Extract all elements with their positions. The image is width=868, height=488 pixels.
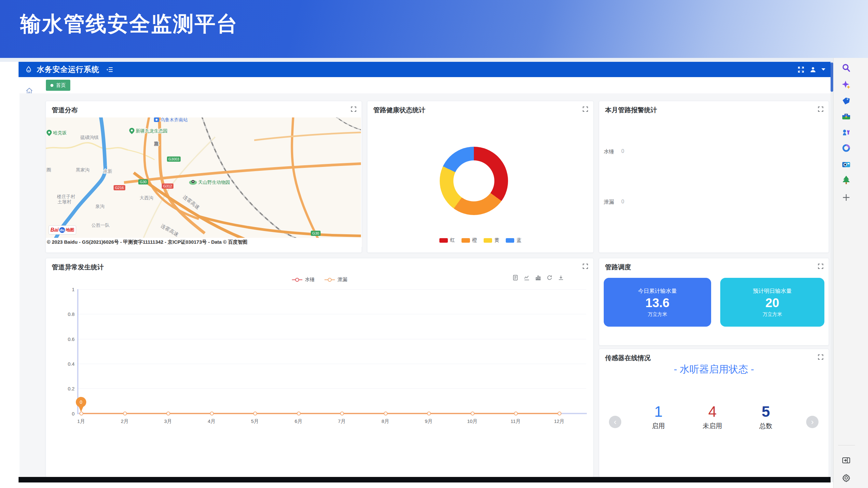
expand-card-icon[interactable] [818, 106, 824, 112]
legend-item-orange[interactable]: 橙 [462, 237, 477, 243]
tile-today-volume[interactable]: 今日累计输水量 13.6 万立方米 [604, 278, 711, 327]
alarm-row-shuichui: 水锤 0 [604, 148, 624, 155]
alarm-value: 0 [621, 199, 624, 206]
map-label: 硫磺沟镇 [80, 135, 99, 140]
expand-card-icon[interactable] [351, 106, 356, 112]
map-label: 泉沟 [95, 204, 104, 209]
data-point[interactable] [471, 412, 474, 416]
add-extension-icon[interactable] [841, 193, 851, 202]
open-sidebar-icon[interactable] [841, 455, 851, 465]
legend-item-red[interactable]: 红 [439, 237, 455, 243]
legend-item-yellow[interactable]: 黄 [484, 237, 499, 243]
search-icon[interactable] [841, 63, 851, 73]
x-tick-label: 11月 [506, 418, 525, 425]
tile-label: 预计明日输水量 [753, 287, 792, 295]
data-point[interactable] [384, 412, 388, 416]
legend-label: 橙 [472, 237, 477, 243]
tile-unit: 万立方米 [648, 311, 667, 318]
gridline [78, 314, 586, 314]
legend-item-shuichui[interactable]: 水锤 [292, 276, 315, 283]
app-bar: 水务安全运行系统 [19, 62, 831, 77]
tile-label: 今日累计输水量 [638, 287, 677, 295]
expand-card-icon[interactable] [818, 263, 824, 269]
x-tick-label: 7月 [332, 418, 351, 425]
gridline [78, 388, 586, 389]
legend-item-xielou[interactable]: 泄漏 [324, 276, 347, 283]
legend-marker [292, 278, 302, 282]
tile-tomorrow-volume[interactable]: 预计明日输水量 20 万立方米 [720, 278, 825, 327]
data-point[interactable] [123, 412, 127, 416]
legend-label: 泄漏 [338, 276, 347, 283]
user-avatar-icon[interactable] [810, 66, 816, 73]
y-tick-label: 0.8 [52, 311, 74, 317]
x-tick-label: 1月 [71, 418, 91, 425]
svg-text:G30: G30 [312, 231, 319, 235]
map-label: 土墩村 [58, 199, 71, 204]
map-label: 永新 [103, 168, 112, 174]
baidu-map[interactable]: 硫磺沟镇 黑家沟 永新 大西沟 泉沟 公胜一队 楼庄子村 土墩村 圈 京新高速 … [46, 118, 361, 238]
x-tick-label: 4月 [202, 418, 221, 425]
markpoint-pin: 0 [76, 397, 86, 407]
tab-home[interactable]: 首页 [46, 80, 70, 91]
map-badge-g3003: G3003 [167, 157, 181, 162]
data-point[interactable] [297, 412, 301, 416]
svg-text:G30: G30 [140, 180, 147, 184]
stat-value: 4 [698, 403, 727, 420]
alarm-category-label: 泄漏 [604, 199, 614, 206]
toolbox-icon[interactable] [841, 112, 851, 122]
chess-icon[interactable] [841, 128, 851, 137]
map-label: 楼庄子村 [57, 194, 75, 199]
x-tick-label: 10月 [463, 418, 482, 425]
expand-card-icon[interactable] [583, 106, 588, 112]
y-tick-label: 0.4 [52, 361, 74, 367]
health-donut-chart[interactable] [440, 147, 508, 215]
data-point[interactable] [558, 412, 561, 416]
tag-icon[interactable] [841, 96, 851, 106]
card-title: 传感器在线情况 [605, 354, 651, 362]
line-legend: 水锤 泄漏 [46, 276, 593, 283]
menu-fold-icon[interactable] [106, 66, 114, 73]
gridline [78, 289, 586, 290]
map-badge-g30: G30 [138, 179, 148, 185]
map-poi-hakeban: 哈克坂 [46, 130, 67, 136]
expand-card-icon[interactable] [583, 263, 588, 269]
carousel-prev-arrow[interactable]: ‹ [609, 416, 621, 428]
sparkle-ai-icon[interactable] [841, 80, 851, 90]
data-point[interactable] [340, 412, 344, 416]
y-tick-label: 0.2 [52, 386, 74, 391]
fullscreen-toggle-icon[interactable] [797, 66, 805, 73]
page-scrollbar[interactable] [831, 62, 833, 482]
x-tick-label: 3月 [158, 418, 178, 425]
card-title: 管道分布 [52, 106, 78, 115]
y-tick-label: 0 [52, 411, 74, 416]
donut-legend: 红 橙 黄 蓝 [367, 237, 593, 243]
card-monthly-alarms: 本月管路报警统计 水锤 0 泄漏 0 [599, 101, 829, 253]
settings-gear-icon[interactable] [841, 473, 851, 483]
x-tick-label: 5月 [245, 418, 265, 425]
legend-label: 水锤 [305, 276, 315, 283]
gridline [78, 364, 586, 364]
map-label: 公胜一队 [91, 223, 110, 228]
stat-total: 5 总数 [751, 403, 780, 430]
tab-active-dot-icon [51, 84, 53, 87]
card-pipeline-dispatch: 管路调度 今日累计输水量 13.6 万立方米 预计明日输水量 20 万立方米 [599, 258, 829, 346]
camera-icon[interactable] [841, 159, 851, 169]
legend-item-blue[interactable]: 蓝 [506, 237, 521, 243]
data-point[interactable] [253, 412, 257, 416]
user-menu-caret-icon[interactable] [822, 68, 825, 71]
data-point[interactable] [80, 412, 83, 416]
loop-icon[interactable] [841, 143, 851, 153]
data-point[interactable] [514, 412, 518, 416]
tree-icon[interactable] [841, 175, 851, 185]
data-point[interactable] [427, 412, 431, 416]
expand-card-icon[interactable] [818, 354, 824, 360]
y-tick-label: 1 [52, 287, 74, 292]
carousel-next-arrow[interactable]: › [806, 416, 818, 428]
legend-swatch [484, 238, 492, 243]
x-tick-label: 9月 [419, 418, 438, 425]
scrollbar-thumb[interactable] [831, 62, 833, 92]
data-point[interactable] [210, 412, 214, 416]
legend-marker [324, 278, 335, 282]
data-point[interactable] [166, 412, 170, 416]
svg-text:哈克坂: 哈克坂 [53, 130, 67, 135]
